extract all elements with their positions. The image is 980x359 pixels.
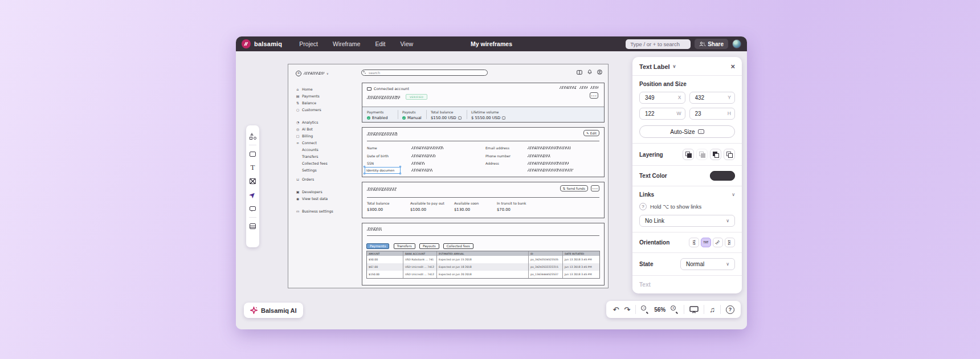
titlebar-right: Share [626, 39, 741, 49]
menu-project[interactable]: Project [299, 40, 318, 47]
help-icon[interactable]: ? [639, 203, 647, 210]
stat-label: In transit to bank [497, 201, 526, 205]
state-select[interactable]: Normal∨ [680, 258, 735, 270]
edit-button[interactable]: ✎Edit [583, 130, 599, 136]
send-to-back-button[interactable] [724, 149, 735, 160]
mock-logo-icon[interactable]: ≡ [296, 71, 301, 76]
rectangle-tool[interactable] [246, 147, 259, 161]
bring-forward-button[interactable] [696, 149, 708, 160]
info-icon[interactable]: i [502, 116, 505, 120]
mock-nav-orders[interactable]: ⊔Orders [296, 176, 356, 182]
table-row[interactable]: $150.00 USD Unicredit ... 7412 Expected … [367, 271, 599, 278]
mock-nav-transfers[interactable]: Transfers [296, 153, 356, 160]
balsamiq-logo-icon[interactable] [242, 39, 251, 48]
mock-nav-ai-bot[interactable]: ◎AI Bot [296, 125, 356, 132]
tab-transfers[interactable]: Transfers [394, 243, 415, 249]
ui-library-tool[interactable] [246, 129, 259, 143]
global-search-input[interactable] [626, 39, 691, 49]
text-color-swatch[interactable] [710, 171, 735, 181]
field-label: Name [367, 146, 377, 150]
profile-card[interactable]: ✎Edit Name Date of birth SSN Identity do… [362, 127, 605, 177]
selection-handle[interactable] [399, 173, 401, 174]
workspace-canvas[interactable]: T ➤ ≡ ∨ ⌂Home [236, 51, 747, 329]
link-select[interactable]: No Link∨ [639, 215, 735, 227]
data-grid-tool[interactable] [246, 219, 259, 233]
send-backward-button[interactable] [710, 149, 721, 160]
menu-edit[interactable]: Edit [375, 40, 385, 47]
share-label: Share [708, 41, 724, 47]
undo-button[interactable]: ↶ [612, 306, 619, 313]
selection-handle[interactable] [364, 166, 365, 168]
links-hint: Hold ⌥ to show links [650, 203, 701, 210]
selection-handle[interactable] [364, 173, 365, 174]
table-header-row: AMOUNT BANK ACCOUNT ESTIMATED ARRIVAL ID… [367, 251, 599, 256]
chevron-down-icon[interactable]: ∨ [326, 72, 329, 75]
mock-search-input[interactable] [361, 70, 488, 76]
mock-nav-payments[interactable]: ▤Payments [296, 92, 356, 99]
placeholder-squiggle [579, 86, 587, 89]
mock-nav-view-test-data[interactable]: ◉View test data [296, 195, 356, 202]
columns-icon[interactable] [577, 70, 582, 75]
mock-nav-accounts[interactable]: Accounts [296, 146, 356, 153]
text-tool[interactable]: T [246, 161, 259, 174]
mock-nav-billing[interactable]: ▢Billing [296, 132, 356, 139]
mock-nav-connect[interactable]: ∞Connect [296, 139, 356, 146]
mock-nav-home[interactable]: ⌂Home [296, 85, 356, 92]
table-row[interactable]: $67.00 USD Unicredit ... 7412 Expected o… [367, 263, 599, 271]
music-button[interactable]: ♫ [709, 306, 715, 313]
placeholder-squiggle [528, 146, 571, 149]
mock-nav-balance[interactable]: ⇅Balance [296, 99, 356, 106]
close-icon[interactable]: × [730, 63, 735, 70]
zoom-level[interactable]: 56% [654, 307, 665, 313]
bring-to-front-button[interactable] [683, 149, 694, 160]
more-options-button[interactable]: ••• [591, 185, 599, 191]
orientation-vertical-up-button[interactable]: TXT [725, 238, 735, 247]
share-button[interactable]: Share [695, 39, 728, 49]
image-tool[interactable] [246, 174, 259, 188]
home-icon: ⌂ [296, 87, 300, 91]
stat-label: Available soon [454, 201, 479, 205]
zoom-in-button[interactable]: + [671, 305, 679, 313]
card-title: Connected account [374, 87, 409, 91]
analytics-icon: ◔ [296, 120, 300, 124]
arrow-tool[interactable]: ➤ [246, 188, 259, 202]
mock-nav-customers[interactable]: ○Customers [296, 106, 356, 113]
wireframe-sheet[interactable]: ≡ ∨ ⌂Home ▤Payments ⇅Balance ○Customers … [288, 64, 609, 288]
user-avatar[interactable] [732, 39, 741, 48]
menu-view[interactable]: View [401, 40, 414, 47]
connected-account-card[interactable]: Connected account ••• VERIFIED Payments … [362, 83, 605, 123]
bell-icon[interactable] [587, 70, 592, 75]
orientation-diagonal-button[interactable]: TXT [713, 238, 723, 247]
mock-nav-collected-fees[interactable]: Collected fees [296, 160, 356, 166]
chevron-down-icon[interactable]: ∨ [732, 192, 735, 197]
selection-handle[interactable] [399, 166, 401, 168]
presentation-button[interactable] [689, 306, 699, 313]
more-options-button[interactable]: ••• [590, 92, 598, 99]
payments-table-card[interactable]: Payments Transfers Payouts Collected fee… [362, 223, 605, 285]
tab-payments[interactable]: Payments [366, 243, 389, 249]
redo-button[interactable]: ↷ [624, 306, 630, 313]
help-button[interactable]: ? [726, 305, 734, 314]
auto-size-button[interactable]: Auto-Size↔ [639, 125, 735, 138]
table-row[interactable]: $50.00 USD Rabobank ... 741 Expected on … [367, 256, 599, 263]
mock-nav-analytics[interactable]: ◔Analytics [296, 119, 356, 125]
customers-icon: ○ [296, 108, 300, 112]
selected-text-label[interactable]: Identity documen [365, 167, 401, 174]
send-funds-button[interactable]: ⇅Send funds [560, 185, 588, 191]
orientation-vertical-button[interactable]: TXT [689, 238, 699, 247]
zoom-out-button[interactable]: − [641, 305, 649, 313]
mock-nav-settings[interactable]: Settings [296, 166, 356, 173]
mock-nav-business-settings[interactable]: ▭Business settings [296, 207, 356, 214]
orientation-horizontal-button[interactable]: TXT [701, 238, 711, 247]
info-icon[interactable]: i [458, 116, 462, 120]
tab-collected-fees[interactable]: Collected fees [443, 243, 473, 249]
tab-payouts[interactable]: Payouts [419, 243, 439, 249]
mock-nav-developers[interactable]: ▣Developers [296, 188, 356, 195]
comment-tool[interactable] [246, 202, 259, 215]
account-icon[interactable] [597, 70, 602, 75]
payouts-table[interactable]: AMOUNT BANK ACCOUNT ESTIMATED ARRIVAL ID… [366, 251, 600, 279]
balance-card[interactable]: ⇅Send funds ••• Total balance $300.00 Av… [362, 182, 605, 218]
menu-wireframe[interactable]: Wireframe [333, 40, 360, 47]
chevron-down-icon[interactable]: ∨ [673, 64, 676, 69]
balsamiq-ai-button[interactable]: Balsamiq AI [244, 303, 303, 318]
